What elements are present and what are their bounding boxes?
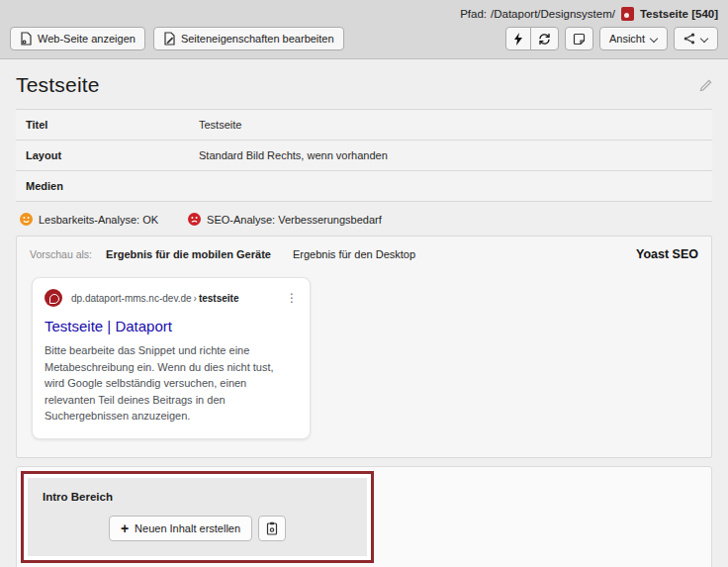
document-pencil-icon bbox=[163, 32, 176, 46]
view-dropdown[interactable]: Ansicht bbox=[599, 27, 668, 50]
kebab-menu-icon[interactable]: ⋮ bbox=[286, 292, 298, 304]
snippet-url-separator: › bbox=[192, 293, 199, 304]
lightning-icon bbox=[513, 33, 523, 46]
readability-badge: Lesbarkeits-Analyse: OK bbox=[20, 213, 158, 226]
intro-section: Intro Bereich + Neuen Inhalt erstellen bbox=[28, 478, 367, 556]
seo-sad-icon bbox=[188, 213, 201, 226]
search-snippet-preview: dp.dataport-mms.nc-dev.de›testseite ⋮ Te… bbox=[32, 277, 311, 439]
page-status-icon bbox=[621, 7, 634, 21]
snippet-url-host: dp.dataport-mms.nc-dev.de bbox=[71, 293, 192, 304]
path-label: Pfad: bbox=[460, 8, 487, 20]
snippet-title-link[interactable]: Testseite | Dataport bbox=[45, 318, 298, 334]
page-content: Testseite Titel Testseite Layout Standar… bbox=[0, 59, 728, 567]
path-value[interactable]: /Dataport/Designsystem/ bbox=[491, 8, 615, 20]
share-icon bbox=[683, 33, 695, 45]
yoast-seo-brand: Yoast SEO bbox=[636, 247, 698, 261]
current-page-ref[interactable]: Testseite [540] bbox=[640, 8, 718, 20]
top-bar: Pfad: /Dataport/Designsystem/ Testseite … bbox=[0, 0, 728, 59]
toolbar: Web-Seite anzeigen Seiteneigenschaften b… bbox=[10, 27, 718, 50]
page-properties-table: Titel Testseite Layout Standard Bild Rec… bbox=[16, 109, 712, 202]
snippet-url-path: testseite bbox=[199, 293, 239, 304]
seo-badge-label: SEO-Analyse: Verbesserungsbedarf bbox=[207, 214, 382, 226]
create-content-label: Neuen Inhalt erstellen bbox=[135, 522, 240, 534]
table-row-layout: Layout Standard Bild Rechts, wenn vorhan… bbox=[16, 140, 712, 170]
flash-button[interactable] bbox=[505, 27, 531, 50]
edit-pencil-icon[interactable] bbox=[699, 79, 712, 92]
tab-mobile-result[interactable]: Ergebnis für die mobilen Geräte bbox=[106, 248, 271, 260]
paste-content-button[interactable] bbox=[258, 516, 286, 541]
breadcrumb: Pfad: /Dataport/Designsystem/ Testseite … bbox=[10, 5, 718, 23]
page-title: Testseite bbox=[16, 73, 100, 97]
document-eye-icon bbox=[20, 32, 33, 46]
view-website-label: Web-Seite anzeigen bbox=[38, 33, 136, 45]
quick-actions-group bbox=[505, 27, 559, 50]
row-label: Layout bbox=[26, 149, 199, 161]
yoast-seo-panel: Vorschau als: Ergebnis für die mobilen G… bbox=[16, 236, 712, 458]
table-row-medien: Medien bbox=[16, 170, 712, 202]
row-label: Titel bbox=[26, 119, 199, 131]
section-label: Intro Bereich bbox=[43, 491, 352, 503]
analysis-badges: Lesbarkeits-Analyse: OK SEO-Analyse: Ver… bbox=[20, 213, 712, 226]
notes-button[interactable] bbox=[565, 27, 593, 50]
site-favicon bbox=[45, 289, 62, 307]
edit-page-properties-label: Seiteneigenschaften bearbeiten bbox=[181, 33, 334, 45]
table-row-titel: Titel Testseite bbox=[16, 109, 712, 140]
tab-desktop-result[interactable]: Ergebnis für den Desktop bbox=[293, 248, 415, 260]
snippet-url: dp.dataport-mms.nc-dev.de›testseite bbox=[71, 293, 238, 304]
readability-smiley-icon bbox=[20, 213, 33, 226]
create-content-button[interactable]: + Neuen Inhalt erstellen bbox=[109, 516, 252, 541]
row-value: Standard Bild Rechts, wenn vorhanden bbox=[199, 149, 388, 161]
clipboard-icon bbox=[266, 521, 278, 535]
preview-as-label: Vorschau als: bbox=[30, 248, 92, 260]
note-icon bbox=[573, 33, 586, 46]
refresh-button[interactable] bbox=[530, 27, 559, 50]
row-value: Testseite bbox=[199, 119, 241, 131]
seo-badge: SEO-Analyse: Verbesserungsbedarf bbox=[188, 213, 382, 226]
intro-section-selection-outline[interactable]: Intro Bereich + Neuen Inhalt erstellen bbox=[21, 471, 374, 563]
row-label: Medien bbox=[26, 180, 199, 192]
plus-icon: + bbox=[121, 521, 129, 535]
view-dropdown-label: Ansicht bbox=[609, 33, 645, 45]
share-dropdown[interactable] bbox=[674, 27, 718, 50]
chevron-down-icon bbox=[700, 35, 708, 43]
snippet-description: Bitte bearbeite das Snippet und richte e… bbox=[45, 342, 287, 425]
view-website-button[interactable]: Web-Seite anzeigen bbox=[10, 27, 145, 50]
refresh-icon bbox=[538, 33, 551, 46]
page-body-panel: Intro Bereich + Neuen Inhalt erstellen M… bbox=[16, 466, 712, 567]
edit-page-properties-button[interactable]: Seiteneigenschaften bearbeiten bbox=[153, 27, 344, 50]
chevron-down-icon bbox=[650, 35, 658, 43]
readability-badge-label: Lesbarkeits-Analyse: OK bbox=[39, 214, 158, 226]
